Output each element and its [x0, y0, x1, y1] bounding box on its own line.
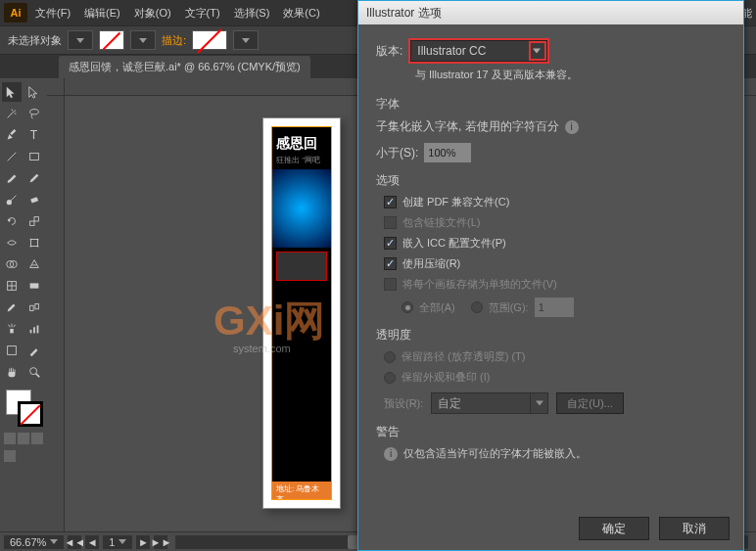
menu-effect[interactable]: 效果(C): [277, 3, 325, 23]
eraser-tool[interactable]: [24, 190, 44, 209]
gradient-tool[interactable]: [24, 276, 44, 296]
checkbox-icc[interactable]: [384, 237, 397, 250]
pencil-tool[interactable]: [24, 168, 44, 188]
radio-range: [471, 301, 483, 313]
stroke-swatch[interactable]: [192, 30, 227, 50]
draw-behind[interactable]: [18, 433, 29, 444]
dropdown-arrow[interactable]: [529, 41, 546, 61]
dialog-titlebar[interactable]: Illustrator 选项: [358, 1, 743, 24]
info-icon: i: [384, 447, 398, 461]
opacity-dropdown[interactable]: [233, 30, 259, 50]
fonts-below-label: 小于(S):: [376, 145, 418, 161]
width-tool[interactable]: [2, 233, 22, 253]
checkbox-links-label: 包含链接文件(L): [402, 215, 480, 230]
shape-builder-tool[interactable]: [2, 254, 22, 274]
draw-modes: [2, 431, 45, 446]
version-dropdown[interactable]: Illustrator CC: [410, 40, 547, 62]
rotate-tool[interactable]: [2, 211, 22, 231]
vertical-scrollbar[interactable]: [742, 96, 756, 531]
rectangle-tool[interactable]: [24, 147, 44, 166]
svg-rect-6: [30, 221, 34, 225]
stroke-label: 描边:: [162, 33, 186, 48]
ruler-vertical[interactable]: [47, 96, 65, 531]
artboard[interactable]: 感恩回 狂推出 "网吧 地址: 乌鲁木齐: [262, 117, 341, 509]
slice-tool[interactable]: [24, 341, 44, 360]
selection-tool[interactable]: [2, 82, 22, 102]
transparency-section-title: 透明度: [376, 327, 726, 344]
magic-wand-tool[interactable]: [2, 104, 22, 123]
tool-panel: T: [0, 78, 47, 531]
cancel-button[interactable]: 取消: [659, 517, 730, 540]
zoom-tool[interactable]: [24, 362, 44, 382]
radio-preserve-paths: [384, 351, 396, 363]
custom-button: 自定(U)...: [556, 392, 623, 414]
svg-point-0: [30, 110, 39, 115]
type-tool[interactable]: T: [24, 125, 44, 145]
radio-all-label: 全部(A): [419, 300, 455, 315]
graph-tool[interactable]: [24, 319, 44, 339]
menu-edit[interactable]: 编辑(E): [78, 3, 126, 23]
screen-mode[interactable]: [4, 450, 16, 462]
svg-text:T: T: [30, 128, 38, 142]
chevron-down-icon: [76, 38, 84, 43]
pen-tool[interactable]: [2, 125, 22, 145]
fill-swatch[interactable]: [99, 30, 124, 50]
svg-rect-21: [10, 329, 14, 333]
info-icon[interactable]: i: [565, 120, 579, 134]
blob-brush-tool[interactable]: [2, 190, 22, 209]
svg-point-26: [30, 368, 37, 375]
stroke-dropdown[interactable]: [130, 30, 156, 50]
screen-modes: [2, 448, 45, 464]
nav-next[interactable]: ►: [136, 535, 150, 549]
fill-dropdown[interactable]: [68, 30, 93, 50]
artwork-graphic: [272, 169, 331, 248]
hand-tool[interactable]: [2, 362, 22, 382]
perspective-tool[interactable]: [24, 254, 44, 274]
nav-last[interactable]: ►►: [154, 535, 167, 549]
color-picker[interactable]: [2, 390, 45, 429]
svg-rect-25: [8, 346, 17, 355]
fonts-percent-input[interactable]: [424, 143, 471, 162]
scale-tool[interactable]: [24, 211, 44, 231]
preset-value: 自定: [438, 395, 461, 412]
direct-selection-tool[interactable]: [24, 82, 44, 102]
draw-normal[interactable]: [4, 433, 16, 444]
checkbox-artboards: [384, 278, 397, 291]
ok-button[interactable]: 确定: [579, 517, 649, 540]
line-tool[interactable]: [2, 147, 22, 166]
draw-inside[interactable]: [31, 433, 43, 444]
checkbox-compress[interactable]: [384, 257, 397, 270]
free-transform-tool[interactable]: [24, 233, 44, 253]
menu-select[interactable]: 选择(S): [228, 3, 276, 23]
mesh-tool[interactable]: [2, 276, 22, 296]
chevron-down-icon: [118, 539, 126, 544]
svg-point-12: [37, 246, 39, 248]
svg-rect-3: [30, 154, 39, 161]
stroke-color[interactable]: [18, 401, 43, 427]
zoom-field[interactable]: 66.67%: [4, 535, 64, 549]
document-tab[interactable]: 感恩回馈，诚意巨献.ai* @ 66.67% (CMYK/预览): [59, 56, 310, 78]
svg-point-9: [30, 239, 32, 241]
paintbrush-tool[interactable]: [2, 168, 22, 188]
chevron-down-icon: [139, 38, 147, 43]
nav-prev[interactable]: ◄: [85, 535, 99, 549]
preset-dropdown: 自定: [431, 392, 548, 414]
menu-object[interactable]: 对象(O): [128, 3, 177, 23]
nav-first[interactable]: ◄◄: [68, 535, 81, 549]
artboard-tool[interactable]: [2, 341, 22, 360]
checkbox-pdf-label: 创建 PDF 兼容文件(C): [402, 195, 509, 209]
version-value: Illustrator CC: [417, 44, 486, 58]
lasso-tool[interactable]: [24, 104, 44, 123]
symbol-sprayer-tool[interactable]: [2, 319, 22, 339]
ruler-corner: [47, 78, 65, 96]
menu-type[interactable]: 文字(T): [179, 3, 226, 23]
svg-rect-5: [30, 197, 38, 204]
menu-file[interactable]: 文件(F): [29, 3, 76, 23]
blend-tool[interactable]: [24, 298, 44, 317]
page-field[interactable]: 1: [103, 535, 132, 549]
eyedropper-tool[interactable]: [2, 298, 22, 317]
chevron-down-icon: [533, 49, 541, 54]
checkbox-pdf[interactable]: [384, 196, 397, 208]
fonts-desc: 子集化嵌入字体, 若使用的字符百分: [376, 118, 559, 135]
dropdown-arrow: [530, 393, 547, 413]
